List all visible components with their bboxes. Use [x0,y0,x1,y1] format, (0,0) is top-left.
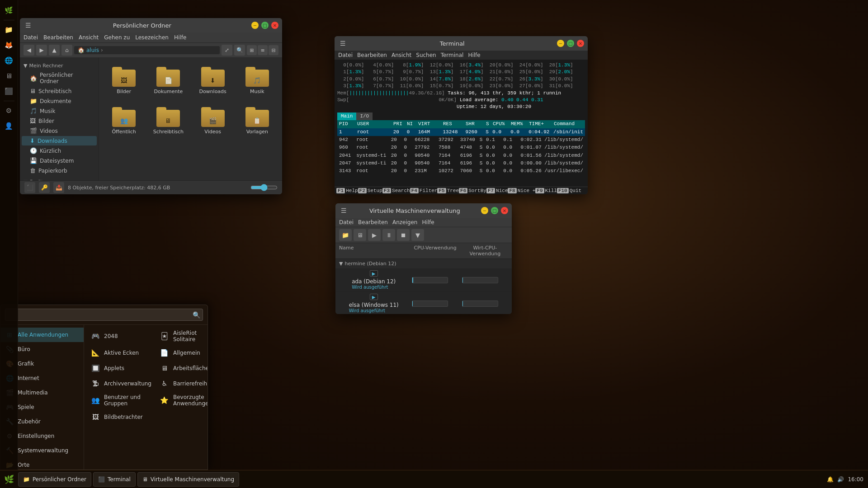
vm-more-btn[interactable]: ▼ [411,229,424,241]
fm-share-btn[interactable]: 📤 [53,182,64,193]
fm-sidebar-documents[interactable]: 📁 Dokumente [22,96,97,106]
fkey-3[interactable]: F3Search [382,188,410,193]
taskbar-notification-icon[interactable]: 🔔 [827,476,834,483]
app-aktive-ecken[interactable]: 📐 Aktive Ecken [87,346,155,360]
app-bildbetrachter[interactable]: 🖼 Bildbetrachter [87,410,155,424]
vm-menu-datei[interactable]: Datei [339,219,354,225]
app-applets[interactable]: 🔲 Applets [87,361,155,375]
folder-musik[interactable]: 🎵 Musik [238,63,277,98]
fm-sidebar-music[interactable]: 🎵 Musik [22,106,97,116]
vm-maximize[interactable]: □ [491,207,498,214]
file-manager-close[interactable]: ✕ [271,22,278,29]
vm-menu-anzeigen[interactable]: Anzeigen [392,219,417,225]
fm-parent-btn[interactable]: ⌂ [61,45,72,56]
fm-menu-lesezeichen[interactable]: Lesezeichen [135,34,169,41]
fm-sidebar-mycomputer-header[interactable]: ▼ Mein Rechner [20,61,99,70]
term-menu-hilfe[interactable]: Hilfe [468,52,480,58]
fm-grid-view-btn[interactable]: ⊞ [247,45,257,55]
vm-screen-btn[interactable]: 🖥 [354,229,366,241]
vm-menu-icon[interactable]: ☰ [339,206,349,215]
folder-vorlagen[interactable]: 📋 Vorlagen [238,103,277,138]
fkey-9[interactable]: F9Kill [535,188,557,193]
fm-search-btn[interactable]: 🔍 [234,45,245,56]
fkey-7[interactable]: F7Nice [486,188,508,193]
term-tab-main[interactable]: Main [337,113,356,120]
term-menu-ansicht[interactable]: Ansicht [392,52,411,58]
term-menu-suchen[interactable]: Suchen [416,52,436,58]
folder-bilder[interactable]: 🖼 Bilder [104,63,143,98]
fkey-2[interactable]: F2Setup [358,188,382,193]
folder-dokumente[interactable]: 📄 Dokumente [149,63,188,98]
fm-sidebar-desktop[interactable]: 🖥 Schreibtisch [22,86,97,96]
app-search-input[interactable] [5,309,203,321]
vm-pause-btn[interactable]: ⏸ [382,229,395,241]
fm-expand-btn[interactable]: ⤢ [222,45,232,56]
file-manager-maximize[interactable]: □ [261,22,269,29]
vm-row-ada[interactable]: ▶ ada (Debian 12) Wird ausgeführt [335,268,512,292]
fm-sidebar-recent[interactable]: 🕐 Kürzlich [22,146,97,155]
vm-stop-btn[interactable]: ⏹ [397,229,410,241]
fkey-5[interactable]: F5Tree [437,188,459,193]
app-2048[interactable]: 🎮 2048 [87,328,155,345]
fm-sidebar-filesystem[interactable]: 💾 Dateisystem [22,156,97,165]
fkey-4[interactable]: F4Filter [410,188,438,193]
app-archivverwaltung[interactable]: 🗜 Archivverwaltung [87,376,155,391]
fm-sidebar-trash[interactable]: 🗑 Papierkorb [22,166,97,175]
fm-menu-bearbeiten[interactable]: Bearbeiten [43,34,73,41]
app-bevorzugte[interactable]: ⭐ Bevorzugte Anwendungen [156,392,208,409]
vm-menu-hilfe[interactable]: Hilfe [422,219,434,225]
fm-address-bar[interactable]: 🏠 aluis › [74,46,220,54]
folder-schreibtisch[interactable]: 🖥 Schreibtisch [149,103,188,138]
files-dock-icon[interactable]: 📁 [2,23,16,37]
fkey-6[interactable]: F6SortBy [459,188,486,193]
mint-menu-icon[interactable]: 🌿 [2,4,16,17]
term-menu-datei[interactable]: Datei [338,52,353,58]
vm-open-btn[interactable]: 📁 [339,229,352,241]
vm-dock-icon[interactable]: 🖥 [2,69,16,83]
term-menu-terminal[interactable]: Terminal [441,52,464,58]
fm-menu-datei[interactable]: Datei [24,34,38,41]
file-manager-minimize[interactable]: − [251,22,259,29]
user-dock-icon[interactable]: 👤 [2,119,16,133]
settings-dock-icon[interactable]: ⚙ [2,104,16,117]
chromium-dock-icon[interactable]: 🌐 [2,54,16,67]
taskbar-filemanager-btn[interactable]: 📁 Persönlicher Ordner [18,472,91,487]
fm-newterm-btn[interactable]: ⬛ [24,182,35,193]
taskbar-volume-icon[interactable]: 🔊 [837,476,844,483]
fm-menu-ansicht[interactable]: Ansicht [79,34,99,41]
terminal-content[interactable]: 0[0.0%] 4[0.0%] 8[1.9%] 12[0.0%] 16[3.4%… [335,60,588,187]
taskbar-vm-btn[interactable]: 🖥 Virtuelle Maschinenverwaltung [137,472,239,487]
terminal-maximize[interactable]: □ [567,40,574,47]
app-arbeitsflaechen[interactable]: 🖥 Arbeitsflächen [156,361,208,375]
taskbar-mint-btn[interactable]: 🌿 [2,472,16,487]
term-menu-bearbeiten[interactable]: Bearbeiten [357,52,387,58]
vm-close[interactable]: ✕ [501,207,508,214]
app-allgemein[interactable]: 📄 Allgemein [156,346,208,360]
fm-forward-btn[interactable]: ▶ [36,45,47,56]
fm-sidebar-downloads[interactable]: ⬇ Downloads [22,136,97,145]
fm-root-btn[interactable]: 🔑 [39,182,50,193]
vm-row-elsa[interactable]: ▶ elsa (Windows 11) Wird ausgeführt [335,292,512,314]
fm-sidebar-videos[interactable]: 🎬 Videos [22,126,97,136]
fm-up-btn[interactable]: ▲ [49,45,60,56]
app-benutzer[interactable]: 👥 Benutzer und Gruppen [87,392,155,409]
fkey-10[interactable]: F10Quit [557,188,581,193]
fm-sidebar-pictures[interactable]: 🖼 Bilder [22,116,97,126]
terminal-menu-icon[interactable]: ☰ [338,39,348,48]
fm-back-btn[interactable]: ◀ [24,45,34,56]
app-barrierefreiheit[interactable]: ♿ Barrierefreiheit [156,376,208,391]
fm-menu-gehen[interactable]: Gehen zu [104,34,130,41]
folder-videos[interactable]: 🎬 Videos [193,103,232,138]
fm-compact-view-btn[interactable]: ⊟ [269,45,278,55]
vm-play-btn[interactable]: ▶ [368,229,381,241]
app-aisleriot[interactable]: 🃏 AisleRiot Solitaire [156,328,208,345]
fm-sidebar-personal[interactable]: 🏠 Persönlicher Ordner [22,70,97,86]
terminal-close[interactable]: ✕ [577,40,584,47]
fkey-8[interactable]: F8Nice + [508,188,535,193]
folder-oeffentlich[interactable]: 👥 Öffentlich [104,103,143,138]
folder-downloads[interactable]: ⬇ Downloads [193,63,232,98]
terminal-dock-icon[interactable]: ⬛ [2,84,16,98]
term-tab-io[interactable]: I/O [356,113,373,120]
terminal-minimize[interactable]: − [557,40,564,47]
firefox-dock-icon[interactable]: 🦊 [2,38,16,52]
